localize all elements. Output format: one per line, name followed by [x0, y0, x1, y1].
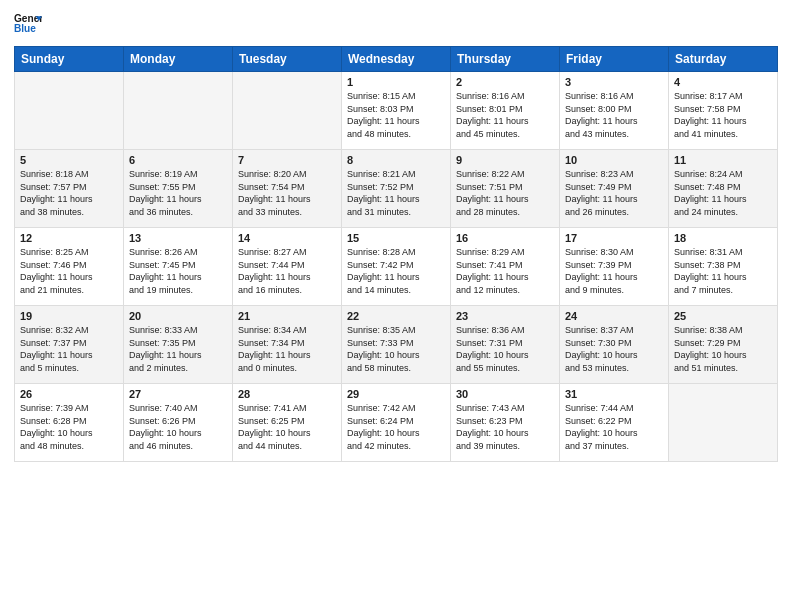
day-number: 6 — [129, 154, 227, 166]
calendar-day-cell: 15Sunrise: 8:28 AMSunset: 7:42 PMDayligh… — [342, 228, 451, 306]
calendar-day-cell: 7Sunrise: 8:20 AMSunset: 7:54 PMDaylight… — [233, 150, 342, 228]
day-number: 30 — [456, 388, 554, 400]
day-info: Sunrise: 8:36 AMSunset: 7:31 PMDaylight:… — [456, 324, 554, 374]
col-header-wednesday: Wednesday — [342, 47, 451, 72]
day-info: Sunrise: 7:39 AMSunset: 6:28 PMDaylight:… — [20, 402, 118, 452]
day-info: Sunrise: 8:15 AMSunset: 8:03 PMDaylight:… — [347, 90, 445, 140]
calendar-day-cell: 3Sunrise: 8:16 AMSunset: 8:00 PMDaylight… — [560, 72, 669, 150]
calendar-week-row: 1Sunrise: 8:15 AMSunset: 8:03 PMDaylight… — [15, 72, 778, 150]
day-number: 11 — [674, 154, 772, 166]
day-info: Sunrise: 8:22 AMSunset: 7:51 PMDaylight:… — [456, 168, 554, 218]
calendar-week-row: 26Sunrise: 7:39 AMSunset: 6:28 PMDayligh… — [15, 384, 778, 462]
calendar-header-row: SundayMondayTuesdayWednesdayThursdayFrid… — [15, 47, 778, 72]
calendar-day-cell: 4Sunrise: 8:17 AMSunset: 7:58 PMDaylight… — [669, 72, 778, 150]
day-info: Sunrise: 8:18 AMSunset: 7:57 PMDaylight:… — [20, 168, 118, 218]
day-info: Sunrise: 8:23 AMSunset: 7:49 PMDaylight:… — [565, 168, 663, 218]
day-number: 20 — [129, 310, 227, 322]
col-header-friday: Friday — [560, 47, 669, 72]
day-info: Sunrise: 8:38 AMSunset: 7:29 PMDaylight:… — [674, 324, 772, 374]
col-header-thursday: Thursday — [451, 47, 560, 72]
day-number: 29 — [347, 388, 445, 400]
day-info: Sunrise: 8:34 AMSunset: 7:34 PMDaylight:… — [238, 324, 336, 374]
calendar-day-cell: 8Sunrise: 8:21 AMSunset: 7:52 PMDaylight… — [342, 150, 451, 228]
page-header: General Blue — [14, 10, 778, 38]
day-number: 2 — [456, 76, 554, 88]
calendar-day-cell — [233, 72, 342, 150]
day-number: 13 — [129, 232, 227, 244]
day-info: Sunrise: 8:25 AMSunset: 7:46 PMDaylight:… — [20, 246, 118, 296]
day-info: Sunrise: 7:41 AMSunset: 6:25 PMDaylight:… — [238, 402, 336, 452]
calendar-day-cell: 27Sunrise: 7:40 AMSunset: 6:26 PMDayligh… — [124, 384, 233, 462]
calendar-day-cell: 19Sunrise: 8:32 AMSunset: 7:37 PMDayligh… — [15, 306, 124, 384]
calendar-week-row: 12Sunrise: 8:25 AMSunset: 7:46 PMDayligh… — [15, 228, 778, 306]
day-number: 5 — [20, 154, 118, 166]
day-number: 28 — [238, 388, 336, 400]
day-number: 21 — [238, 310, 336, 322]
calendar-week-row: 5Sunrise: 8:18 AMSunset: 7:57 PMDaylight… — [15, 150, 778, 228]
day-info: Sunrise: 8:33 AMSunset: 7:35 PMDaylight:… — [129, 324, 227, 374]
calendar-day-cell: 6Sunrise: 8:19 AMSunset: 7:55 PMDaylight… — [124, 150, 233, 228]
calendar-table: SundayMondayTuesdayWednesdayThursdayFrid… — [14, 46, 778, 462]
calendar-day-cell: 25Sunrise: 8:38 AMSunset: 7:29 PMDayligh… — [669, 306, 778, 384]
col-header-monday: Monday — [124, 47, 233, 72]
day-info: Sunrise: 8:21 AMSunset: 7:52 PMDaylight:… — [347, 168, 445, 218]
day-info: Sunrise: 8:31 AMSunset: 7:38 PMDaylight:… — [674, 246, 772, 296]
calendar-day-cell: 10Sunrise: 8:23 AMSunset: 7:49 PMDayligh… — [560, 150, 669, 228]
day-number: 16 — [456, 232, 554, 244]
day-number: 23 — [456, 310, 554, 322]
col-header-saturday: Saturday — [669, 47, 778, 72]
calendar-day-cell: 24Sunrise: 8:37 AMSunset: 7:30 PMDayligh… — [560, 306, 669, 384]
day-number: 19 — [20, 310, 118, 322]
calendar-day-cell: 11Sunrise: 8:24 AMSunset: 7:48 PMDayligh… — [669, 150, 778, 228]
day-info: Sunrise: 8:28 AMSunset: 7:42 PMDaylight:… — [347, 246, 445, 296]
calendar-day-cell: 23Sunrise: 8:36 AMSunset: 7:31 PMDayligh… — [451, 306, 560, 384]
svg-text:Blue: Blue — [14, 23, 36, 34]
day-number: 15 — [347, 232, 445, 244]
calendar-day-cell — [669, 384, 778, 462]
day-number: 14 — [238, 232, 336, 244]
calendar-day-cell: 12Sunrise: 8:25 AMSunset: 7:46 PMDayligh… — [15, 228, 124, 306]
day-number: 27 — [129, 388, 227, 400]
calendar-day-cell: 30Sunrise: 7:43 AMSunset: 6:23 PMDayligh… — [451, 384, 560, 462]
calendar-day-cell: 21Sunrise: 8:34 AMSunset: 7:34 PMDayligh… — [233, 306, 342, 384]
day-number: 4 — [674, 76, 772, 88]
calendar-day-cell: 31Sunrise: 7:44 AMSunset: 6:22 PMDayligh… — [560, 384, 669, 462]
calendar-day-cell: 26Sunrise: 7:39 AMSunset: 6:28 PMDayligh… — [15, 384, 124, 462]
day-info: Sunrise: 8:26 AMSunset: 7:45 PMDaylight:… — [129, 246, 227, 296]
day-info: Sunrise: 7:40 AMSunset: 6:26 PMDaylight:… — [129, 402, 227, 452]
day-number: 9 — [456, 154, 554, 166]
col-header-tuesday: Tuesday — [233, 47, 342, 72]
day-info: Sunrise: 8:20 AMSunset: 7:54 PMDaylight:… — [238, 168, 336, 218]
day-number: 10 — [565, 154, 663, 166]
day-info: Sunrise: 8:19 AMSunset: 7:55 PMDaylight:… — [129, 168, 227, 218]
calendar-day-cell: 22Sunrise: 8:35 AMSunset: 7:33 PMDayligh… — [342, 306, 451, 384]
day-info: Sunrise: 8:35 AMSunset: 7:33 PMDaylight:… — [347, 324, 445, 374]
day-number: 8 — [347, 154, 445, 166]
calendar-week-row: 19Sunrise: 8:32 AMSunset: 7:37 PMDayligh… — [15, 306, 778, 384]
calendar-day-cell — [15, 72, 124, 150]
day-number: 3 — [565, 76, 663, 88]
calendar-day-cell: 13Sunrise: 8:26 AMSunset: 7:45 PMDayligh… — [124, 228, 233, 306]
day-info: Sunrise: 7:44 AMSunset: 6:22 PMDaylight:… — [565, 402, 663, 452]
calendar-day-cell: 29Sunrise: 7:42 AMSunset: 6:24 PMDayligh… — [342, 384, 451, 462]
calendar-day-cell: 5Sunrise: 8:18 AMSunset: 7:57 PMDaylight… — [15, 150, 124, 228]
day-number: 1 — [347, 76, 445, 88]
calendar-day-cell: 18Sunrise: 8:31 AMSunset: 7:38 PMDayligh… — [669, 228, 778, 306]
calendar-day-cell: 2Sunrise: 8:16 AMSunset: 8:01 PMDaylight… — [451, 72, 560, 150]
logo: General Blue — [14, 10, 42, 38]
day-number: 12 — [20, 232, 118, 244]
col-header-sunday: Sunday — [15, 47, 124, 72]
calendar-day-cell: 20Sunrise: 8:33 AMSunset: 7:35 PMDayligh… — [124, 306, 233, 384]
day-info: Sunrise: 8:27 AMSunset: 7:44 PMDaylight:… — [238, 246, 336, 296]
day-info: Sunrise: 8:24 AMSunset: 7:48 PMDaylight:… — [674, 168, 772, 218]
day-info: Sunrise: 8:32 AMSunset: 7:37 PMDaylight:… — [20, 324, 118, 374]
day-number: 25 — [674, 310, 772, 322]
day-number: 31 — [565, 388, 663, 400]
calendar-day-cell: 17Sunrise: 8:30 AMSunset: 7:39 PMDayligh… — [560, 228, 669, 306]
calendar-day-cell: 28Sunrise: 7:41 AMSunset: 6:25 PMDayligh… — [233, 384, 342, 462]
day-number: 26 — [20, 388, 118, 400]
calendar-day-cell: 9Sunrise: 8:22 AMSunset: 7:51 PMDaylight… — [451, 150, 560, 228]
day-info: Sunrise: 8:16 AMSunset: 8:01 PMDaylight:… — [456, 90, 554, 140]
day-info: Sunrise: 8:29 AMSunset: 7:41 PMDaylight:… — [456, 246, 554, 296]
day-number: 22 — [347, 310, 445, 322]
